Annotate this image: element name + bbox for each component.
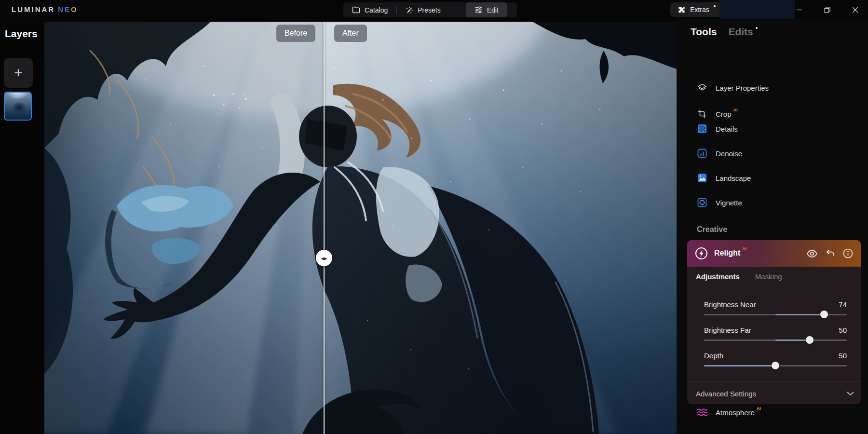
- relight-body: Adjustments Masking Brightness Near 74 B…: [687, 267, 861, 404]
- slider-label: Depth: [704, 352, 723, 360]
- slider-thumb[interactable]: [772, 362, 779, 369]
- tab-masking[interactable]: Masking: [755, 272, 782, 281]
- foliage-strand: [600, 51, 609, 83]
- layer-properties-label: Layer Properties: [716, 84, 769, 92]
- details-tool-item[interactable]: Details: [697, 123, 738, 134]
- puzzle-icon: [678, 6, 686, 14]
- tab-catalog[interactable]: Catalog: [343, 2, 396, 17]
- relight-title: RelightAI: [714, 249, 746, 258]
- slider-depth: Depth 50: [704, 352, 847, 366]
- layers-sidebar: Layers +: [0, 19, 44, 434]
- after-label: After: [334, 25, 367, 42]
- tab-tools[interactable]: Tools: [691, 26, 717, 38]
- atmosphere-waves-icon: [697, 408, 707, 417]
- tab-adjustments[interactable]: Adjustments: [696, 272, 740, 281]
- tab-edit[interactable]: Edit: [466, 2, 507, 17]
- slider-track[interactable]: [704, 365, 847, 366]
- slider-value: 50: [839, 326, 847, 334]
- landscape-label: Landscape: [716, 174, 751, 182]
- layers-stack-icon: [697, 82, 707, 93]
- slider-value: 74: [839, 300, 847, 309]
- slider-label: Brightness Far: [704, 326, 751, 334]
- layer-thumbnail-image: [5, 93, 31, 120]
- layers-panel-title: Layers: [5, 28, 38, 40]
- slider-label: Brightness Near: [704, 300, 756, 309]
- minimize-button[interactable]: [788, 0, 810, 19]
- relight-header[interactable]: RelightAI: [687, 240, 861, 267]
- slider-fill: [775, 339, 810, 341]
- title-bar: LUMINARNEO Catalog Presets Edit Extras: [0, 0, 868, 19]
- crop-ai-badge: AI: [733, 108, 738, 112]
- advanced-settings-label: Advanced Settings: [696, 390, 756, 398]
- extras-button[interactable]: Extras: [670, 2, 723, 17]
- plus-icon: +: [14, 65, 23, 81]
- denoise-tool-item[interactable]: Denoise: [697, 148, 742, 159]
- wand-icon: [406, 6, 413, 14]
- landscape-icon: [697, 173, 707, 183]
- atmosphere-ai-badge: AI: [757, 406, 761, 411]
- vignette-label: Vignette: [716, 199, 742, 207]
- restore-button[interactable]: [816, 0, 838, 19]
- titlebar-highlight-strip: [719, 0, 795, 19]
- landscape-tool-item[interactable]: Landscape: [697, 173, 751, 183]
- denoise-label: Denoise: [716, 149, 742, 158]
- reset-icon[interactable]: [826, 249, 835, 258]
- tab-edit-label: Edit: [487, 6, 499, 14]
- logo-luminar: LUMINAR: [12, 5, 55, 14]
- vignette-icon: [697, 197, 707, 208]
- advanced-settings-toggle[interactable]: Advanced Settings: [696, 386, 854, 401]
- compare-divider-line[interactable]: [324, 22, 325, 434]
- minimize-icon: [796, 7, 802, 13]
- slider-fill: [775, 314, 824, 315]
- main-nav-tabs: Catalog Presets Edit: [343, 2, 517, 17]
- divider-arrows-icon: ◂▸: [321, 255, 327, 262]
- close-button[interactable]: [844, 0, 866, 19]
- sliders-icon: [475, 6, 483, 14]
- panel-divider: [687, 114, 859, 114]
- tab-presets[interactable]: Presets: [397, 2, 449, 17]
- creative-section-title: Creative: [697, 225, 727, 234]
- extras-label: Extras: [690, 6, 709, 14]
- bolt-icon: [695, 247, 708, 260]
- slider-track[interactable]: [704, 339, 847, 341]
- denoise-icon: [697, 148, 707, 159]
- before-label: Before: [276, 25, 315, 42]
- atmosphere-tool-item[interactable]: AtmosphereAI: [697, 408, 761, 417]
- relight-ai-badge: AI: [742, 246, 746, 251]
- details-label: Details: [716, 125, 738, 133]
- tab-presets-label: Presets: [418, 6, 440, 14]
- slider-fill: [704, 365, 775, 366]
- layer-properties-item[interactable]: Layer Properties: [697, 82, 769, 93]
- close-icon: [852, 7, 858, 13]
- vignette-tool-item[interactable]: Vignette: [697, 197, 742, 208]
- info-icon[interactable]: [843, 248, 853, 258]
- extras-badge-dot: [714, 5, 716, 7]
- tab-catalog-label: Catalog: [365, 6, 388, 14]
- visibility-icon[interactable]: [806, 249, 818, 258]
- slider-track[interactable]: [704, 314, 847, 315]
- before-side-tint: [44, 22, 324, 434]
- logo-neo: NEO: [58, 5, 78, 14]
- slider-brightness-near: Brightness Near 74: [704, 300, 847, 315]
- add-layer-button[interactable]: +: [4, 58, 33, 88]
- details-icon: [697, 123, 707, 134]
- tools-panel: Tools Edits Layer Properties CropAI Deta…: [677, 19, 868, 434]
- relight-tabs: Adjustments Masking: [696, 272, 782, 281]
- tab-edits[interactable]: Edits: [728, 26, 757, 38]
- compare-divider-handle[interactable]: ◂▸: [316, 250, 332, 266]
- relight-body-divider: [687, 381, 861, 381]
- slider-thumb[interactable]: [806, 336, 814, 344]
- app-logo: LUMINARNEO: [12, 5, 78, 14]
- panel-header: Tools Edits: [691, 26, 758, 38]
- photo-canvas: ◂▸ Before After: [44, 22, 677, 434]
- slider-thumb[interactable]: [820, 311, 828, 318]
- folder-icon: [352, 6, 360, 14]
- layer-thumbnail-selected[interactable]: [4, 92, 32, 121]
- chevron-down-icon: [847, 392, 854, 396]
- slider-value: 50: [839, 352, 847, 360]
- restore-icon: [824, 7, 830, 13]
- atmosphere-label: AtmosphereAI: [716, 408, 761, 417]
- relight-panel: RelightAI Adjustments Masking B: [687, 240, 861, 404]
- edits-badge-dot: [756, 27, 758, 29]
- slider-brightness-far: Brightness Far 50: [704, 326, 847, 341]
